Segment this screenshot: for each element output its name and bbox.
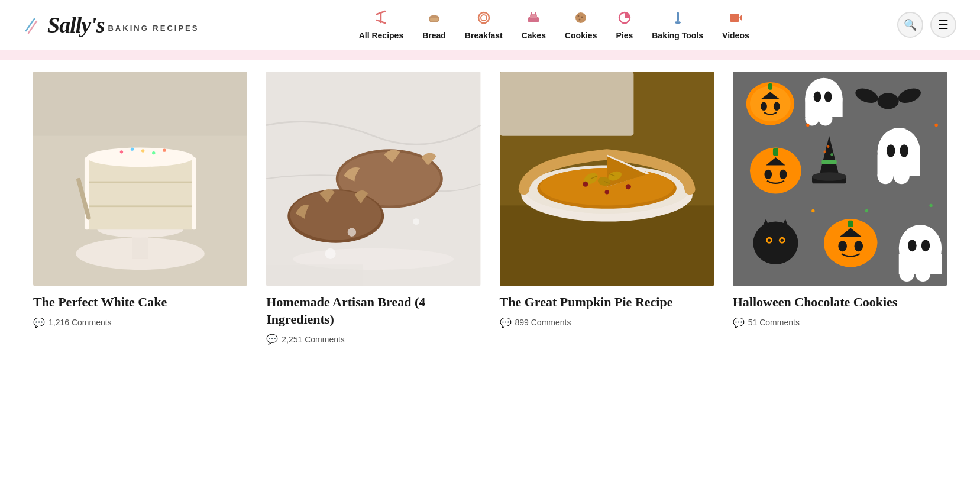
logo-subtitle: BAKING RECIPES [108, 24, 199, 33]
site-header: Sally's BAKING RECIPES All RecipesBreadB… [0, 0, 980, 50]
svg-point-46 [348, 228, 356, 236]
svg-point-19 [675, 21, 681, 24]
svg-rect-66 [500, 72, 633, 136]
svg-rect-116 [848, 221, 853, 227]
nav-label-all-recipes: All Recipes [359, 31, 403, 40]
svg-point-120 [916, 267, 930, 282]
comment-count-halloween-cookies: 51 Comments [748, 318, 800, 327]
nav-icon-bread [426, 9, 442, 28]
svg-point-47 [413, 218, 419, 225]
svg-point-34 [141, 149, 144, 152]
recipe-comments-white-cake[interactable]: 💬1,216 Comments [33, 317, 247, 328]
svg-point-72 [761, 102, 767, 111]
comment-bubble-icon: 💬 [500, 317, 512, 328]
comment-count-white-cake: 1,216 Comments [48, 318, 112, 327]
recipe-image-artisan-bread [266, 72, 480, 286]
svg-rect-28 [87, 182, 194, 183]
nav-label-bread: Bread [422, 31, 446, 40]
svg-point-101 [887, 144, 895, 157]
decorative-banner [0, 50, 980, 60]
recipe-card-halloween-cookies[interactable]: Halloween Chocolate Cookies💬51 Comments [723, 72, 956, 357]
nav-label-baking-tools: Baking Tools [652, 31, 703, 40]
recipe-comments-halloween-cookies[interactable]: 💬51 Comments [733, 317, 947, 328]
nav-item-all-recipes[interactable]: All Recipes [352, 7, 410, 43]
nav-icon-videos [727, 9, 744, 28]
svg-point-33 [131, 148, 134, 151]
svg-point-48 [325, 248, 336, 259]
recipe-card-artisan-bread[interactable]: Homemade Artisan Bread (4 Ingredients)💬2… [257, 72, 490, 357]
comment-bubble-icon: 💬 [33, 317, 45, 328]
nav-icon-breakfast [476, 9, 492, 28]
nav-item-cakes[interactable]: Cakes [515, 7, 553, 43]
svg-point-123 [806, 124, 809, 127]
recipe-image-white-cake [33, 72, 247, 286]
svg-rect-18 [677, 12, 679, 21]
svg-point-64 [625, 184, 630, 189]
logo-name: Sally's [47, 14, 104, 36]
recipe-title-white-cake: The Perfect White Cake [33, 294, 247, 311]
svg-point-35 [152, 151, 155, 154]
search-icon: 🔍 [904, 18, 917, 31]
nav-item-videos[interactable]: Videos [715, 7, 756, 43]
svg-rect-49 [266, 264, 363, 286]
svg-point-81 [824, 92, 832, 102]
menu-button[interactable]: ☰ [930, 12, 956, 38]
svg-rect-31 [192, 157, 196, 229]
svg-point-102 [900, 144, 908, 157]
recipe-card-white-cake[interactable]: The Perfect White Cake💬1,216 Comments [24, 72, 257, 357]
svg-point-32 [120, 150, 123, 153]
svg-point-14 [578, 15, 580, 17]
nav-item-pies[interactable]: Pies [609, 7, 640, 43]
recipe-comments-artisan-bread[interactable]: 💬2,251 Comments [266, 334, 480, 345]
recipe-image-halloween-cookies [733, 72, 947, 286]
recipe-comments-pumpkin-pie[interactable]: 💬899 Comments [500, 317, 714, 328]
svg-point-127 [811, 209, 814, 212]
nav-label-breakfast: Breakfast [465, 31, 503, 40]
nav-icon-all-recipes [373, 9, 389, 28]
svg-point-87 [764, 170, 772, 179]
svg-point-100 [893, 168, 909, 184]
search-button[interactable]: 🔍 [897, 12, 923, 38]
svg-point-119 [899, 267, 914, 282]
main-nav: All RecipesBreadBreakfastCakesCookiesPie… [222, 7, 885, 43]
recipe-title-artisan-bread: Homemade Artisan Bread (4 Ingredients) [266, 294, 480, 328]
svg-point-15 [581, 17, 583, 18]
svg-point-78 [819, 112, 833, 126]
svg-point-124 [865, 209, 868, 212]
recipe-title-halloween-cookies: Halloween Chocolate Cookies [733, 294, 947, 311]
svg-point-111 [780, 239, 783, 242]
svg-point-121 [908, 240, 916, 251]
nav-item-bread[interactable]: Bread [415, 7, 453, 43]
nav-label-cakes: Cakes [522, 31, 546, 40]
recipe-card-pumpkin-pie[interactable]: The Great Pumpkin Pie Recipe💬899 Comment… [490, 72, 723, 357]
nav-item-baking-tools[interactable]: Baking Tools [645, 7, 710, 43]
svg-rect-38 [33, 72, 247, 136]
svg-rect-20 [730, 14, 739, 22]
svg-point-65 [604, 190, 609, 194]
svg-point-80 [813, 92, 821, 102]
svg-rect-6 [430, 18, 438, 21]
svg-point-99 [877, 168, 893, 184]
svg-line-1 [28, 21, 37, 33]
comment-bubble-icon: 💬 [733, 317, 745, 328]
nav-icon-pies [616, 9, 633, 28]
nav-item-cookies[interactable]: Cookies [558, 7, 604, 43]
svg-point-92 [812, 172, 846, 180]
nav-label-pies: Pies [616, 31, 633, 40]
svg-point-13 [575, 12, 586, 23]
nav-icon-cakes [525, 9, 542, 28]
svg-marker-21 [739, 15, 742, 21]
svg-point-103 [753, 222, 798, 264]
svg-point-104 [762, 227, 770, 235]
nav-item-breakfast[interactable]: Breakfast [458, 7, 510, 43]
svg-point-82 [877, 93, 898, 109]
logo-accent-icon [24, 14, 45, 35]
svg-point-77 [805, 112, 819, 126]
svg-point-125 [934, 124, 937, 127]
logo[interactable]: Sally's BAKING RECIPES [24, 14, 199, 36]
header-actions: 🔍 ☰ [897, 12, 956, 38]
svg-point-7 [478, 12, 489, 23]
nav-label-cookies: Cookies [565, 31, 597, 40]
svg-point-122 [921, 240, 930, 251]
svg-point-27 [87, 148, 194, 167]
